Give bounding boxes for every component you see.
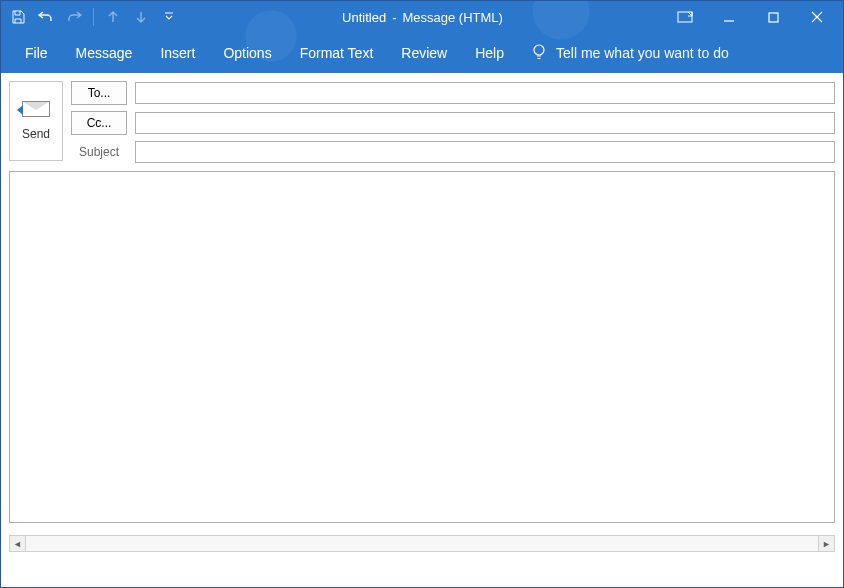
scroll-left-button[interactable]: ◄ xyxy=(9,535,26,552)
ribbon-tabs: File Message Insert Options Format Text … xyxy=(1,33,843,73)
tab-message[interactable]: Message xyxy=(62,37,147,69)
previous-item-icon[interactable] xyxy=(100,5,126,29)
title-dash: - xyxy=(392,10,396,25)
window-title: Untitled - Message (HTML) xyxy=(182,10,663,25)
title-bar: Untitled - Message (HTML) xyxy=(1,1,843,33)
redo-icon[interactable] xyxy=(61,5,87,29)
ribbon-header: Untitled - Message (HTML) File Message I… xyxy=(1,1,843,73)
address-fields: To... Cc... Subject xyxy=(71,81,835,163)
ribbon-display-options-icon[interactable] xyxy=(663,3,707,31)
undo-icon[interactable] xyxy=(33,5,59,29)
send-button[interactable]: Send xyxy=(9,81,63,161)
document-name: Untitled xyxy=(342,10,386,25)
body-wrapper xyxy=(1,171,843,531)
quick-access-toolbar xyxy=(5,5,182,29)
send-label: Send xyxy=(22,127,50,141)
svg-rect-1 xyxy=(769,13,778,22)
close-icon[interactable] xyxy=(795,3,839,31)
next-item-icon[interactable] xyxy=(128,5,154,29)
tab-format-text[interactable]: Format Text xyxy=(286,37,388,69)
lightbulb-icon xyxy=(532,44,546,62)
window-controls xyxy=(663,3,839,31)
tab-insert[interactable]: Insert xyxy=(146,37,209,69)
tell-me-search[interactable]: Tell me what you want to do xyxy=(518,36,743,70)
subject-input[interactable] xyxy=(135,141,835,163)
save-icon[interactable] xyxy=(5,5,31,29)
tab-review[interactable]: Review xyxy=(387,37,461,69)
cc-button[interactable]: Cc... xyxy=(71,111,127,135)
maximize-icon[interactable] xyxy=(751,3,795,31)
to-button[interactable]: To... xyxy=(71,81,127,105)
window-mode: Message (HTML) xyxy=(403,10,503,25)
envelope-icon xyxy=(22,101,50,117)
customize-qat-icon[interactable] xyxy=(156,5,182,29)
horizontal-scrollbar[interactable]: ◄ ► xyxy=(9,535,835,552)
qat-separator xyxy=(93,8,94,26)
body-editor[interactable] xyxy=(9,171,835,523)
tab-help[interactable]: Help xyxy=(461,37,518,69)
compose-header: Send To... Cc... Subject xyxy=(1,73,843,171)
tab-options[interactable]: Options xyxy=(209,37,285,69)
tab-file[interactable]: File xyxy=(11,37,62,69)
cc-row: Cc... xyxy=(71,111,835,135)
subject-row: Subject xyxy=(71,141,835,163)
cc-input[interactable] xyxy=(135,112,835,134)
minimize-icon[interactable] xyxy=(707,3,751,31)
svg-point-2 xyxy=(534,45,544,55)
tell-me-label: Tell me what you want to do xyxy=(556,45,729,61)
scroll-right-button[interactable]: ► xyxy=(818,535,835,552)
scroll-track[interactable] xyxy=(26,535,818,552)
to-row: To... xyxy=(71,81,835,105)
to-input[interactable] xyxy=(135,82,835,104)
subject-label: Subject xyxy=(71,145,127,159)
